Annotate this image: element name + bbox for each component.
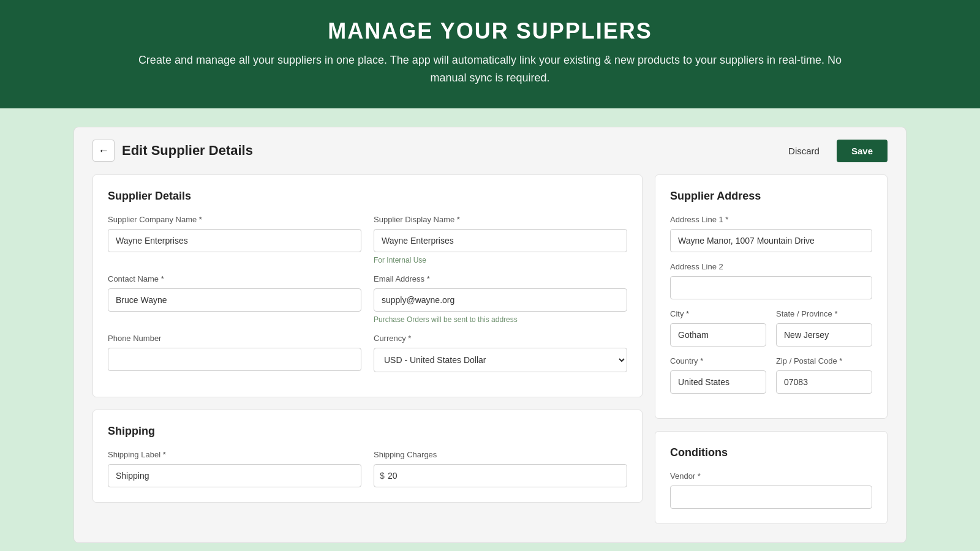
- shipping-label-input[interactable]: [108, 464, 361, 487]
- address2-label: Address Line 2: [670, 262, 872, 271]
- shipping-row: Shipping Label * Shipping Charges $: [108, 450, 627, 487]
- currency-label: Currency *: [374, 334, 627, 343]
- phone-group: Phone Number: [108, 334, 361, 372]
- zip-label: Zip / Postal Code *: [776, 356, 872, 365]
- shipping-label-label: Shipping Label *: [108, 450, 361, 459]
- company-display-row: Supplier Company Name * Supplier Display…: [108, 215, 627, 264]
- content-grid: Supplier Details Supplier Company Name *…: [92, 174, 888, 524]
- discard-button[interactable]: Discard: [778, 141, 829, 161]
- state-label: State / Province *: [776, 309, 872, 318]
- editor-card: ← Edit Supplier Details Discard Save Sup…: [74, 127, 907, 543]
- state-input[interactable]: [776, 323, 872, 347]
- contact-name-input[interactable]: [108, 288, 361, 312]
- vendor-input[interactable]: [670, 485, 872, 509]
- left-column: Supplier Details Supplier Company Name *…: [92, 174, 643, 524]
- address1-input[interactable]: [670, 229, 872, 252]
- contact-name-label: Contact Name *: [108, 274, 361, 283]
- email-input[interactable]: [374, 288, 627, 312]
- address1-group: Address Line 1 *: [670, 215, 872, 252]
- shipping-charges-input[interactable]: [374, 464, 627, 487]
- back-button[interactable]: ←: [92, 140, 115, 162]
- shipping-charges-group: Shipping Charges $: [374, 450, 627, 487]
- vendor-group: Vendor *: [670, 471, 872, 509]
- contact-email-row: Contact Name * Email Address * Purchase …: [108, 274, 627, 324]
- address2-input[interactable]: [670, 276, 872, 299]
- country-label: Country *: [670, 356, 766, 365]
- display-name-group: Supplier Display Name * For Internal Use: [374, 215, 627, 264]
- company-name-input[interactable]: [108, 229, 361, 252]
- address1-label: Address Line 1 *: [670, 215, 872, 224]
- top-bar-left: ← Edit Supplier Details: [92, 140, 253, 162]
- conditions-section: Conditions Vendor *: [655, 431, 888, 524]
- display-name-input[interactable]: [374, 229, 627, 252]
- supplier-details-section: Supplier Details Supplier Company Name *…: [92, 174, 643, 397]
- contact-name-group: Contact Name *: [108, 274, 361, 324]
- country-zip-row: Country * Zip / Postal Code *: [670, 356, 872, 394]
- zip-group: Zip / Postal Code *: [776, 356, 872, 394]
- currency-group: Currency * USD - United States Dollar: [374, 334, 627, 372]
- phone-currency-row: Phone Number Currency * USD - United Sta…: [108, 334, 627, 372]
- email-hint: Purchase Orders will be sent to this add…: [374, 315, 627, 324]
- dollar-sign-icon: $: [380, 471, 385, 481]
- shipping-title: Shipping: [108, 425, 627, 438]
- header-description: Create and manage all your suppliers in …: [123, 51, 858, 87]
- top-bar: ← Edit Supplier Details Discard Save: [92, 140, 888, 162]
- save-button[interactable]: Save: [837, 140, 888, 162]
- address2-group: Address Line 2: [670, 262, 872, 299]
- header-banner: MANAGE YOUR SUPPLIERS Create and manage …: [0, 0, 980, 108]
- country-input[interactable]: [670, 370, 766, 394]
- company-name-group: Supplier Company Name *: [108, 215, 361, 264]
- email-group: Email Address * Purchase Orders will be …: [374, 274, 627, 324]
- supplier-address-title: Supplier Address: [670, 190, 872, 203]
- main-container: ← Edit Supplier Details Discard Save Sup…: [0, 108, 980, 551]
- city-group: City *: [670, 309, 766, 347]
- company-name-label: Supplier Company Name *: [108, 215, 361, 224]
- conditions-title: Conditions: [670, 446, 872, 459]
- zip-input[interactable]: [776, 370, 872, 394]
- city-label: City *: [670, 309, 766, 318]
- city-state-row: City * State / Province *: [670, 309, 872, 347]
- vendor-label: Vendor *: [670, 471, 872, 481]
- right-column: Supplier Address Address Line 1 * Addres…: [655, 174, 888, 524]
- shipping-charges-input-wrapper: $: [374, 464, 627, 487]
- supplier-address-section: Supplier Address Address Line 1 * Addres…: [655, 174, 888, 419]
- page-title: Edit Supplier Details: [122, 143, 253, 159]
- display-name-hint: For Internal Use: [374, 256, 627, 264]
- phone-label: Phone Number: [108, 334, 361, 343]
- header-title: MANAGE YOUR SUPPLIERS: [123, 18, 858, 44]
- top-bar-right: Discard Save: [778, 140, 888, 162]
- currency-select[interactable]: USD - United States Dollar: [374, 348, 627, 372]
- email-label: Email Address *: [374, 274, 627, 283]
- shipping-section: Shipping Shipping Label * Shipping Charg…: [92, 410, 643, 503]
- shipping-charges-label: Shipping Charges: [374, 450, 627, 459]
- display-name-label: Supplier Display Name *: [374, 215, 627, 224]
- supplier-details-title: Supplier Details: [108, 190, 627, 203]
- city-input[interactable]: [670, 323, 766, 347]
- shipping-label-group: Shipping Label *: [108, 450, 361, 487]
- phone-input[interactable]: [108, 348, 361, 371]
- state-group: State / Province *: [776, 309, 872, 347]
- country-group: Country *: [670, 356, 766, 394]
